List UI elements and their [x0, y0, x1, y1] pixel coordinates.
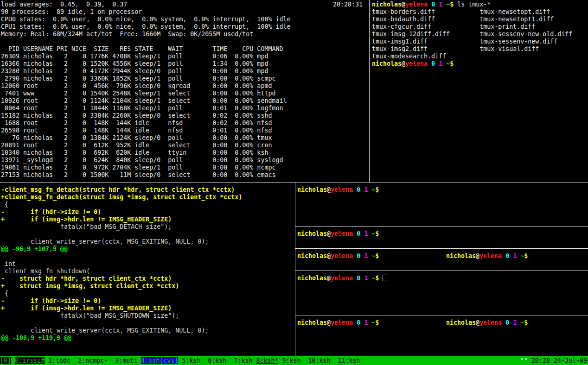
diff-line: + if (imsg->hdr.len != IMSG_HEADER_SIZE) — [1, 305, 242, 312]
prompt-user: nicholas — [446, 252, 476, 259]
prompt-space-1 — [502, 319, 505, 326]
status-window-8-marked[interactable]: 8:ksh* — [256, 357, 278, 364]
prompt-exit-status: 0 — [357, 230, 360, 237]
top-pane[interactable]: load averages: 0.45, 0.39, 0.37 90 proce… — [0, 0, 369, 182]
prompt-shell-level: 1 — [513, 252, 517, 259]
prompt-shell-level: 1 — [364, 275, 368, 282]
prompt-host: yelena — [405, 1, 428, 8]
diff-line: fatalx("bad MSG_DETACH size"); — [1, 223, 242, 231]
shell-pane-6[interactable]: nicholas@yelena 0 1 ~$ — [295, 315, 444, 356]
shell-prompt: nicholas@yelena 0 1 ~$ — [297, 252, 379, 259]
prompt-host: yelena — [479, 319, 502, 326]
prompt-space-1 — [353, 230, 357, 237]
prompt-user: nicholas — [297, 186, 327, 193]
prompt-dollar: $ — [375, 230, 379, 237]
prompt-cwd-tilde: ~ — [520, 319, 524, 326]
status-window-0-irssi[interactable]: 0:irssi# — [15, 357, 45, 364]
shell-prompt: nicholas@yelena 0 1 ~$ — [446, 252, 528, 259]
diff-line: client_msg_fn_shutdown( — [1, 268, 242, 275]
prompt-space-3 — [368, 186, 371, 193]
status-session-name: [0] — [0, 357, 11, 364]
prompt-cwd-tilde: ~ — [371, 230, 375, 237]
prompt-user: nicholas — [297, 230, 327, 237]
prompt-user: nicholas — [372, 1, 402, 8]
prompt-space-2 — [435, 1, 439, 8]
status-pane-title: "" — [520, 357, 531, 364]
shell-prompt: nicholas@yelena 0 1 ~$ — [446, 319, 528, 326]
prompt-space-2 — [360, 186, 364, 193]
prompt-at-sign: @ — [327, 186, 331, 193]
prompt-exit-status: 0 — [505, 252, 509, 259]
prompt-user: nicholas — [297, 275, 327, 282]
prompt-space-2 — [360, 319, 364, 326]
prompt-space-1 — [353, 319, 357, 326]
prompt-space-3 — [368, 319, 371, 326]
status-windows-5-7[interactable]: 5:ksh 6:ksh 7:ksh — [178, 357, 256, 364]
status-windows-1-3[interactable]: 1:todo 2:ncmpc- 3:mutt — [45, 357, 141, 364]
prompt-space-2 — [509, 319, 513, 326]
prompt-host: yelena — [331, 230, 353, 237]
diff-line: + struct imsg *imsg, struct client_ctx *… — [1, 283, 242, 290]
status-window-4-current[interactable]: 4:ssh[cvs] — [141, 357, 178, 364]
shell-pane-1[interactable]: nicholas@yelena 0 1 ~$ — [295, 182, 588, 226]
top-table-header: PID USERNAME PRI NICE SIZE RES STATE WAI… — [1, 45, 290, 53]
shell-prompt-line: nicholas@yelena 0 1 ~$ — [297, 252, 379, 260]
diff-line: @@ -96,9 +107,9 @@ — [1, 245, 242, 253]
shell-pane-5-active[interactable]: nicholas@yelena 0 1 ~$ — [295, 271, 588, 315]
emacs-pane[interactable]: -client_msg_fn_detach(struct hdr *hdr, s… — [0, 182, 295, 356]
prompt-host: yelena — [479, 252, 502, 259]
status-gap — [11, 357, 15, 364]
diff-line: int — [1, 260, 242, 268]
prompt-cwd-tilde: ~ — [371, 319, 375, 326]
prompt-space-3 — [368, 252, 371, 259]
shell-prompt: nicholas@yelena 0 1 ~$ — [297, 186, 379, 193]
prompt-at-sign: @ — [476, 252, 479, 259]
prompt-space-3 — [368, 275, 371, 282]
ls-output: tmux-borders.diff tmux-newsetopt.diff tm… — [372, 8, 572, 60]
diff-buffer: -client_msg_fn_detach(struct hdr *hdr, s… — [1, 186, 242, 342]
diff-line: fatalx("bad MSG_SHUTDOWN size"); — [1, 312, 242, 320]
prompt-dollar: $ — [375, 319, 379, 326]
status-windows-9-11[interactable]: 9:ksh 10:ksh 11:ksh — [278, 357, 360, 364]
diff-line: - if (hdr->size != 0) — [1, 208, 242, 216]
shell-prompt: nicholas@yelena 0 1 ~$ — [372, 60, 454, 67]
shell-pane-7[interactable]: nicholas@yelena 0 1 ~$ — [444, 315, 588, 356]
status-clock-date: 20:28 24-Jul-09 — [531, 357, 587, 364]
prompt-space-1 — [428, 1, 431, 8]
status-window-list: [0] 0:irssi# 1:todo 2:ncmpc- 3:mutt 4:ss… — [0, 356, 360, 365]
prompt-exit-status: 0 — [431, 60, 435, 67]
prompt-exit-status: 0 — [357, 275, 360, 282]
shell-pane-3[interactable]: nicholas@yelena 0 1 ~$ — [295, 249, 444, 271]
shell-pane-2[interactable]: nicholas@yelena 0 1 ~$ — [295, 227, 588, 248]
diff-line: +client_msg_fn_detach(struct imsg *imsg,… — [1, 194, 242, 201]
diff-line: - if (hdr->size != 0) — [1, 297, 242, 305]
shell-prompt-line: nicholas@yelena 0 1 ~$ — [446, 319, 528, 327]
prompt-at-sign: @ — [327, 230, 331, 237]
status-right: "" 20:28 24-Jul-09 — [520, 356, 588, 365]
prompt-exit-status: 0 — [431, 1, 435, 8]
prompt-cwd-tilde: ~ — [520, 252, 524, 259]
shell-prompt-line: nicholas@yelena 0 1 ~$ — [297, 275, 387, 282]
prompt-space-2 — [435, 60, 439, 67]
prompt-dollar: $ — [524, 252, 528, 259]
diff-line: - struct hdr *hdr, struct client_ctx *cc… — [1, 275, 242, 283]
prompt-exit-status: 0 — [357, 319, 360, 326]
prompt-shell-level: 1 — [439, 1, 442, 8]
prompt-cwd-tilde: ~ — [371, 252, 375, 259]
prompt-dollar: $ — [375, 252, 379, 259]
diff-line: { — [1, 290, 242, 297]
tmux-screen: load averages: 0.45, 0.39, 0.37 90 proce… — [0, 0, 588, 365]
prompt-shell-level: 1 — [364, 252, 368, 259]
shell-prompt-line: nicholas@yelena 0 1 ~$ — [297, 186, 379, 194]
prompt-dollar: $ — [450, 60, 454, 67]
ls-shell-pane[interactable]: nicholas@yelena 0 1 ~$ ls tmux-* tmux-bo… — [370, 0, 588, 182]
status-spacer — [360, 356, 520, 365]
shell-prompt-line: nicholas@yelena 0 1 ~$ — [297, 319, 379, 327]
shell-prompt-line: nicholas@yelena 0 1 ~$ ls tmux-* — [372, 1, 572, 8]
prompt-host: yelena — [405, 60, 428, 67]
prompt-dollar: $ — [375, 275, 379, 282]
diff-line: -client_msg_fn_detach(struct hdr *hdr, s… — [1, 186, 242, 194]
diff-line: + if (imsg->hdr.len != IMSG_HEADER_SIZE) — [1, 216, 242, 223]
prompt-at-sign: @ — [327, 319, 331, 326]
shell-pane-4[interactable]: nicholas@yelena 0 1 ~$ — [444, 249, 588, 271]
